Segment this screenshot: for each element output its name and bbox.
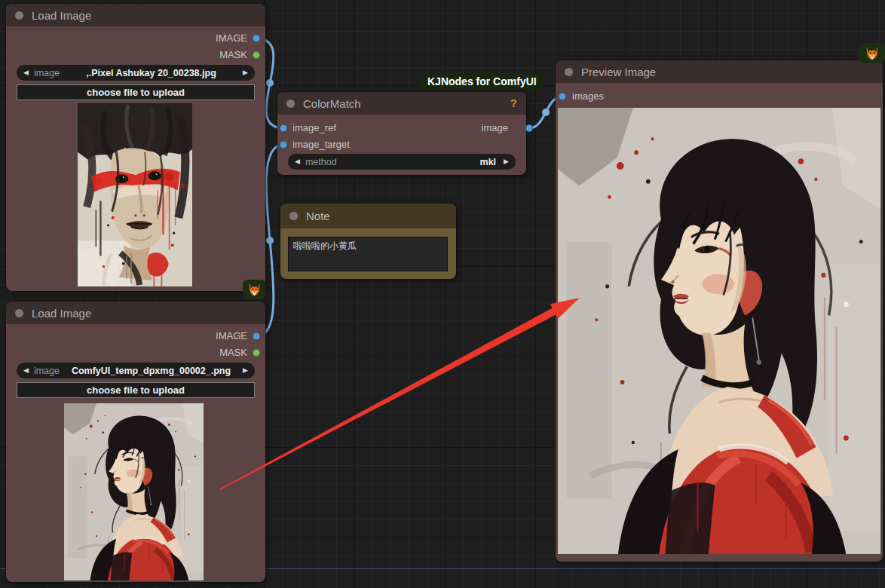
output-port-image[interactable]	[253, 35, 260, 42]
combo-value: ,.Pixel Ashukay 20_00238.jpg	[60, 68, 243, 78]
node-preview-image[interactable]: Preview Image images	[556, 60, 883, 562]
image-preview-face	[78, 103, 192, 286]
output-port-mask[interactable]	[253, 349, 260, 357]
combo-right-arrow-icon[interactable]: ▶	[243, 363, 248, 378]
fox-badge	[859, 43, 885, 63]
input-port-image-target[interactable]	[280, 141, 287, 149]
input-label-images: images	[572, 90, 604, 103]
input-port-image-ref[interactable]	[280, 124, 287, 132]
combo-right-arrow-icon[interactable]: ▶	[504, 154, 509, 170]
combo-label: image	[34, 68, 60, 78]
output-label-image: IMAGE	[216, 330, 247, 342]
output-label-mask: MASK	[219, 49, 247, 61]
node-title: Load Image	[32, 307, 91, 320]
node-load-image-2-header[interactable]: Load Image	[6, 302, 265, 324]
combo-right-arrow-icon[interactable]: ▶	[243, 65, 248, 81]
output-port-image[interactable]	[525, 124, 533, 132]
output-port-mask[interactable]	[253, 51, 260, 59]
input-port-images[interactable]	[559, 93, 566, 100]
fox-badge	[243, 280, 265, 299]
node-title: Note	[306, 210, 330, 222]
node-source-badge: KJNodes for ComfyUI	[421, 73, 544, 90]
combo-value: mkl	[337, 157, 504, 167]
image-preview-girl	[64, 403, 204, 580]
combo-label: method	[305, 157, 337, 167]
node-load-image-1[interactable]: Load Image IMAGE MASK ◀ image ,.Pixel As…	[6, 4, 265, 291]
choose-file-button[interactable]: choose file to upload	[17, 382, 255, 398]
node-note[interactable]: Note 啦啦啦的小黄瓜	[280, 204, 456, 279]
node-color-match[interactable]: ColorMatch ? image_ref image_target imag…	[277, 92, 526, 175]
image-combo-widget[interactable]: ◀ image ComfyUI_temp_dpxmg_00002_.png ▶	[17, 363, 255, 378]
choose-file-button[interactable]: choose file to upload	[17, 84, 255, 100]
combo-left-arrow-icon[interactable]: ◀	[23, 65, 29, 81]
help-icon[interactable]: ?	[510, 96, 517, 109]
node-note-header[interactable]: Note	[280, 204, 456, 228]
output-label-image: image	[482, 122, 508, 134]
input-label-image-ref: image_ref	[292, 122, 336, 134]
combo-left-arrow-icon[interactable]: ◀	[23, 363, 29, 378]
fox-icon	[865, 46, 880, 61]
node-title: Preview Image	[581, 66, 656, 78]
combo-label: image	[34, 366, 60, 376]
note-textarea[interactable]: 啦啦啦的小黄瓜	[288, 237, 448, 271]
collapse-dot[interactable]	[289, 212, 298, 220]
image-combo-widget[interactable]: ◀ image ,.Pixel Ashukay 20_00238.jpg ▶	[17, 65, 255, 81]
collapse-dot[interactable]	[565, 68, 573, 76]
node-load-image-1-header[interactable]: Load Image	[6, 4, 265, 26]
combo-left-arrow-icon[interactable]: ◀	[295, 154, 300, 170]
node-title: ColorMatch	[303, 97, 361, 110]
output-label-image: IMAGE	[216, 32, 247, 44]
collapse-dot[interactable]	[286, 100, 295, 108]
collapse-dot[interactable]	[15, 11, 23, 20]
method-combo-widget[interactable]: ◀ method mkl ▶	[288, 154, 516, 170]
combo-value: ComfyUI_temp_dpxmg_00002_.png	[60, 366, 243, 376]
fox-icon	[247, 283, 262, 297]
output-port-image[interactable]	[253, 332, 260, 340]
node-title: Load Image	[32, 9, 91, 22]
node-color-match-header[interactable]: ColorMatch	[277, 92, 526, 115]
image-preview-result	[558, 108, 880, 554]
collapse-dot[interactable]	[15, 309, 23, 317]
node-preview-image-header[interactable]: Preview Image	[556, 60, 883, 83]
input-label-image-target: image_target	[292, 139, 350, 151]
output-label-mask: MASK	[219, 347, 247, 359]
node-load-image-2[interactable]: Load Image IMAGE MASK ◀ image ComfyUI_te…	[6, 302, 265, 582]
